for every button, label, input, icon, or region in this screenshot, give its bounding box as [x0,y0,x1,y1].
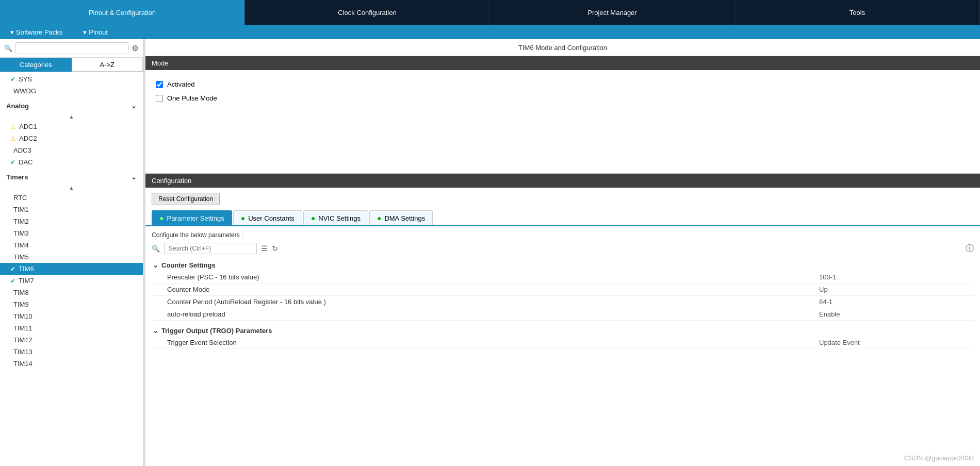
sidebar-section-timers-header[interactable]: Timers ⌄ [0,170,143,184]
one-pulse-row: One Pulse Mode [156,94,970,102]
sidebar-item-tim2[interactable]: TIM2 [0,215,143,227]
chevron-down-icon: ⌄ [131,173,137,181]
nav-pinout-config[interactable]: Pinout & Configuration [0,0,245,25]
sidebar-item-adc2[interactable]: ⚠ ADC2 [0,132,143,144]
sidebar-content: ✔ SYS WWDG Analog ⌄ ▲ ⚠ ADC1 [0,72,143,466]
sidebar-item-tim13[interactable]: TIM13 [0,346,143,358]
config-section: Configuration Reset Configuration ● Para… [145,173,980,358]
warning-icon: ⚠ [10,123,16,130]
param-group-trigger-header[interactable]: ⌄ Trigger Output (TRGO) Parameters [152,325,974,337]
param-area: Configure the below parameters : 🔍 ☰ ↻ ⓘ… [145,226,980,358]
sidebar-item-tim10[interactable]: TIM10 [0,310,143,322]
scroll-up-indicator: ▲ [0,113,143,121]
content-area: TIM6 Mode and Configuration Mode Activat… [145,39,980,466]
sidebar-item-tim11[interactable]: TIM11 [0,322,143,334]
config-header: Configuration [145,174,980,188]
chevron-down-icon: ⌄ [153,327,158,335]
info-icon[interactable]: ⓘ [966,243,974,254]
sidebar-item-tim3[interactable]: TIM3 [0,227,143,239]
nav-clock-config[interactable]: Clock Configuration [245,0,490,25]
reset-config-button[interactable]: Reset Configuration [152,193,220,205]
sidebar-item-tim4[interactable]: TIM4 [0,239,143,251]
chevron-down-icon: ⌄ [153,261,158,269]
check-icon: ✔ [10,277,15,285]
tab-icon-parameter: ● [159,214,164,222]
nav-project-manager[interactable]: Project Manager [490,0,735,25]
sidebar-item-dac[interactable]: ✔ DAC [0,156,143,168]
sidebar-section-analog: Analog ⌄ ▲ ⚠ ADC1 ⚠ ADC2 ADC3 ✔ [0,98,143,169]
one-pulse-checkbox[interactable] [156,95,163,102]
param-row-trigger-event: Trigger Event Selection Update Event [152,337,974,349]
sidebar-item-tim14[interactable]: TIM14 [0,358,143,370]
param-group-counter: ⌄ Counter Settings Prescaler (PSC - 16 b… [152,259,974,321]
scroll-up-timers: ▲ [0,184,143,192]
content-title: TIM6 Mode and Configuration [145,39,980,56]
sidebar-item-tim7[interactable]: ✔ TIM7 [0,275,143,287]
sidebar-item-adc3[interactable]: ADC3 [0,144,143,156]
main-layout: 🔍 ⚙ Categories A->Z ✔ SYS WWDG [0,39,980,466]
check-icon: ✔ [10,76,15,83]
warning-icon: ⚠ [10,135,16,142]
tab-dma-settings[interactable]: ● DMA Settings [369,210,433,225]
sub-nav: ▾ Software Packs ▾ Pinout [0,25,980,39]
search-input[interactable] [15,42,128,54]
nav-tools[interactable]: Tools [735,0,980,25]
tab-icon-nvic: ● [311,214,315,222]
sidebar-item-adc1[interactable]: ⚠ ADC1 [0,121,143,132]
subnav-pinout[interactable]: ▾ Pinout [73,25,118,39]
check-icon: ✔ [10,159,15,166]
gear-icon[interactable]: ⚙ [132,43,139,53]
sidebar-item-tim9[interactable]: TIM9 [0,298,143,310]
sidebar-item-wwdg[interactable]: WWDG [0,85,143,97]
param-row-counter-mode: Counter Mode Up [152,284,974,296]
sidebar-section-analog-header[interactable]: Analog ⌄ [0,99,143,113]
param-search-input[interactable] [164,243,257,254]
subnav-software-packs[interactable]: ▾ Software Packs [0,25,73,39]
sidebar-item-tim5[interactable]: TIM5 [0,251,143,263]
tab-parameter-settings[interactable]: ● Parameter Settings [152,210,232,225]
param-search-row: 🔍 ☰ ↻ ⓘ [152,243,974,254]
search-icon: 🔍 [4,44,12,52]
watermark: CSDN @guowuoo2008 [904,454,974,462]
activated-row: Activated [156,80,970,88]
sidebar-item-tim1[interactable]: TIM1 [0,204,143,215]
sidebar-item-tim8[interactable]: TIM8 [0,287,143,298]
sidebar-section-timers: Timers ⌄ ▲ RTC TIM1 TIM2 T [0,169,143,371]
tab-nvic-settings[interactable]: ● NVIC Settings [303,210,368,225]
param-group-trigger: ⌄ Trigger Output (TRGO) Parameters Trigg… [152,325,974,349]
sidebar-item-rtc[interactable]: RTC [0,192,143,204]
mode-section: Activated One Pulse Mode [145,70,980,173]
sidebar-section-sys: ✔ SYS WWDG [0,72,143,98]
check-icon-blue: ✔ [10,265,15,273]
config-toolbar: Reset Configuration [145,188,980,210]
chevron-down-icon: ⌄ [131,102,137,110]
param-row-prescaler: Prescaler (PSC - 16 bits value) 100-1 [152,271,974,284]
activated-checkbox[interactable] [156,81,163,88]
tab-az[interactable]: A->Z [72,58,143,72]
sidebar-item-sys[interactable]: ✔ SYS [0,73,143,85]
mode-header: Mode [145,56,980,70]
param-row-auto-reload: auto-reload preload Enable [152,308,974,321]
reset-filter-icon[interactable]: ↻ [272,244,278,253]
activated-label: Activated [167,80,194,88]
tab-icon-user: ● [241,214,245,222]
param-row-counter-period: Counter Period (AutoReload Register - 16… [152,296,974,308]
param-group-counter-header[interactable]: ⌄ Counter Settings [152,259,974,271]
filter-icon[interactable]: ☰ [261,244,268,253]
tab-icon-dma: ● [377,214,381,222]
sidebar-item-tim6[interactable]: ✔ TIM6 [0,263,143,275]
sidebar-search-row: 🔍 ⚙ [0,39,143,58]
top-nav: Pinout & Configuration Clock Configurati… [0,0,980,25]
tab-user-constants[interactable]: ● User Constants [233,210,302,225]
one-pulse-label: One Pulse Mode [167,94,217,102]
sidebar-tabs: Categories A->Z [0,58,143,72]
search-icon-small: 🔍 [152,245,160,253]
tab-categories[interactable]: Categories [0,58,72,72]
sidebar-item-tim12[interactable]: TIM12 [0,334,143,346]
config-tabs: ● Parameter Settings ● User Constants ● … [145,210,980,226]
param-desc: Configure the below parameters : [152,231,974,239]
sidebar: 🔍 ⚙ Categories A->Z ✔ SYS WWDG [0,39,143,466]
